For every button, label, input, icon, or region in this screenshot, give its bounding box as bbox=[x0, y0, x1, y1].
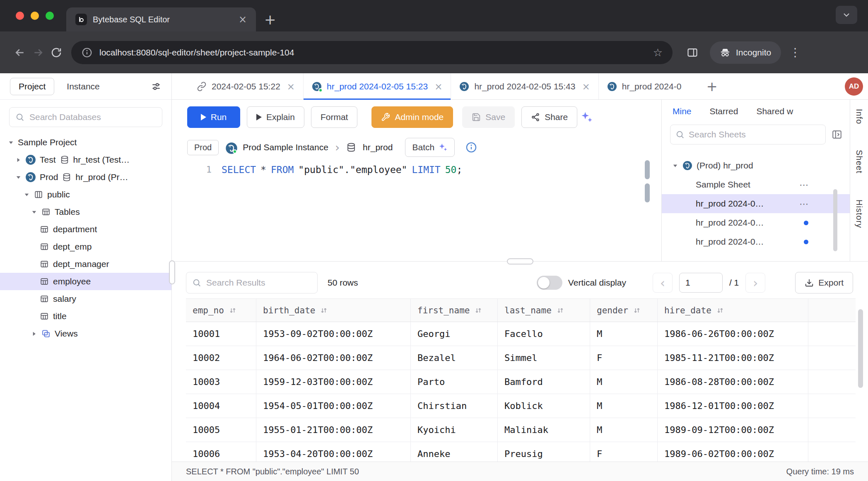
tab-close-icon[interactable]: × bbox=[239, 14, 247, 24]
sheet-group-prod-hr-prod[interactable]: (Prod) hr_prod bbox=[662, 156, 850, 175]
minimize-window-button[interactable] bbox=[31, 12, 39, 20]
horizontal-splitter[interactable] bbox=[172, 261, 868, 266]
format-button[interactable]: Format bbox=[311, 106, 358, 128]
sheet-tab-active[interactable]: hr_prod 2024-02-05 15:23 × bbox=[304, 73, 451, 99]
sheet-item-unsaved[interactable]: hr_prod 2024-0… bbox=[662, 213, 850, 232]
prev-page-button[interactable]: ‹ bbox=[653, 273, 673, 293]
database-search-input[interactable] bbox=[29, 112, 156, 122]
column-header-hire-date[interactable]: hire_date bbox=[658, 299, 808, 322]
editor-scrollbar[interactable] bbox=[645, 160, 650, 179]
zoom-window-button[interactable] bbox=[46, 12, 54, 20]
sheet-search[interactable] bbox=[670, 125, 826, 144]
browser-tab[interactable]: Bytebase SQL Editor × bbox=[66, 7, 256, 31]
tree-item-table-employee[interactable]: employee bbox=[0, 273, 171, 290]
panel-tab-starred[interactable]: Starred bbox=[710, 106, 738, 116]
tree-item-tables-group[interactable]: Tables bbox=[0, 203, 171, 221]
save-button[interactable]: Save bbox=[462, 106, 515, 128]
panel-tab-mine[interactable]: Mine bbox=[673, 106, 692, 116]
tree-item-views-group[interactable]: Views bbox=[0, 325, 171, 342]
forward-button[interactable] bbox=[29, 43, 47, 62]
tree-item-table-dept-emp[interactable]: dept_emp bbox=[0, 238, 171, 255]
caret-down-icon[interactable] bbox=[23, 191, 30, 198]
column-header-last-name[interactable]: last_name bbox=[498, 299, 590, 322]
sheet-item-selected[interactable]: hr_prod 2024-0… ⋯ bbox=[662, 194, 850, 213]
sort-icon[interactable] bbox=[557, 307, 564, 314]
sheet-tab-truncated[interactable]: hr_prod 2024-0 bbox=[599, 73, 702, 99]
sort-icon[interactable] bbox=[716, 307, 724, 314]
close-icon[interactable]: × bbox=[582, 81, 590, 92]
tree-item-table-dept-manager[interactable]: dept_manager bbox=[0, 255, 171, 273]
sheet-item-unsaved[interactable]: hr_prod 2024-0… bbox=[662, 232, 850, 251]
url-text[interactable]: localhost:8080/sql-editor/sheet/project-… bbox=[99, 48, 646, 58]
explain-button[interactable]: Explain bbox=[247, 106, 304, 128]
tree-item-test-env[interactable]: Test hr_test (Test… bbox=[0, 151, 171, 168]
more-actions-icon[interactable]: ⋯ bbox=[799, 180, 808, 190]
database-name[interactable]: hr_prod bbox=[363, 142, 393, 152]
tree-item-prod-env[interactable]: Prod hr_prod (Pr… bbox=[0, 168, 171, 186]
caret-down-icon[interactable] bbox=[672, 162, 678, 169]
filter-settings-icon[interactable] bbox=[151, 81, 162, 92]
sidebar-tab-project[interactable]: Project bbox=[10, 78, 54, 95]
caret-right-icon[interactable] bbox=[15, 156, 22, 163]
column-header-birth-date[interactable]: birth_date bbox=[256, 299, 411, 322]
tree-item-table-salary[interactable]: salary bbox=[0, 290, 171, 308]
caret-right-icon[interactable] bbox=[31, 330, 37, 337]
side-panel-button[interactable] bbox=[683, 43, 702, 62]
instance-name[interactable]: Prod Sample Instance bbox=[243, 142, 328, 152]
batch-button[interactable]: Batch bbox=[405, 138, 455, 157]
address-bar[interactable]: localhost:8080/sql-editor/sheet/project-… bbox=[71, 41, 673, 64]
new-tab-button[interactable]: + bbox=[264, 12, 276, 26]
close-icon[interactable]: × bbox=[434, 81, 442, 92]
column-header-emp-no[interactable]: emp_no bbox=[186, 299, 256, 322]
new-sheet-button[interactable]: + bbox=[706, 80, 718, 93]
caret-down-icon[interactable] bbox=[7, 139, 14, 146]
sql-code-line[interactable]: SELECT*FROM"public"."employee"LIMIT50; bbox=[222, 164, 462, 261]
side-tab-sheet[interactable]: Sheet bbox=[854, 150, 864, 173]
tree-item-table-department[interactable]: department bbox=[0, 221, 171, 238]
sheet-tab-adhoc[interactable]: 2024-02-05 15:22 × bbox=[188, 73, 304, 99]
sheet-tab[interactable]: hr_prod 2024-02-05 15:43 × bbox=[451, 73, 598, 99]
sidebar-resize-handle[interactable] bbox=[169, 260, 175, 284]
tree-item-table-title[interactable]: title bbox=[0, 308, 171, 325]
tab-search-chevron-button[interactable] bbox=[836, 6, 857, 24]
close-icon[interactable]: × bbox=[287, 81, 295, 92]
more-actions-icon[interactable]: ⋯ bbox=[799, 199, 808, 209]
sort-icon[interactable] bbox=[633, 307, 641, 314]
export-button[interactable]: Export bbox=[795, 272, 853, 293]
user-avatar[interactable]: AD bbox=[845, 77, 863, 96]
side-tab-history[interactable]: History bbox=[854, 200, 864, 228]
connection-info-icon[interactable] bbox=[465, 142, 477, 153]
database-search[interactable] bbox=[9, 107, 162, 127]
caret-down-icon[interactable] bbox=[31, 209, 37, 215]
results-scrollbar[interactable] bbox=[858, 309, 863, 388]
ai-sparkle-icon[interactable] bbox=[581, 111, 593, 123]
sort-icon[interactable] bbox=[475, 307, 482, 314]
sql-editor[interactable]: 1 SELECT*FROM"public"."employee"LIMIT50; bbox=[172, 157, 661, 261]
sort-icon[interactable] bbox=[320, 307, 328, 314]
sheet-search-input[interactable] bbox=[689, 130, 820, 139]
results-search-input[interactable] bbox=[206, 278, 311, 288]
next-page-button[interactable]: › bbox=[745, 273, 765, 293]
admin-mode-button[interactable]: Admin mode bbox=[371, 106, 453, 128]
browser-menu-button[interactable]: ⋮ bbox=[789, 46, 801, 59]
split-handle[interactable] bbox=[507, 258, 533, 265]
reload-button[interactable] bbox=[47, 43, 65, 62]
caret-down-icon[interactable] bbox=[15, 174, 22, 180]
results-search[interactable] bbox=[186, 272, 318, 293]
editor-scrollbar[interactable] bbox=[645, 183, 650, 202]
column-header-first-name[interactable]: first_name bbox=[411, 299, 498, 322]
back-button[interactable] bbox=[11, 43, 29, 62]
page-input[interactable] bbox=[679, 273, 723, 293]
collapse-panel-icon[interactable] bbox=[832, 129, 842, 140]
column-header-gender[interactable]: gender bbox=[590, 299, 658, 322]
share-button[interactable]: Share bbox=[521, 106, 577, 128]
close-window-button[interactable] bbox=[16, 12, 24, 20]
environment-chip[interactable]: Prod bbox=[187, 140, 219, 155]
panel-scrollbar[interactable] bbox=[833, 189, 837, 251]
vertical-display-toggle[interactable] bbox=[537, 276, 562, 290]
sheet-item-sample-sheet[interactable]: Sample Sheet ⋯ bbox=[662, 175, 850, 194]
tree-item-schema-public[interactable]: public bbox=[0, 186, 171, 203]
site-info-icon[interactable] bbox=[81, 47, 93, 58]
tree-item-sample-project[interactable]: Sample Project bbox=[0, 134, 171, 151]
panel-tab-shared[interactable]: Shared w bbox=[756, 106, 793, 116]
